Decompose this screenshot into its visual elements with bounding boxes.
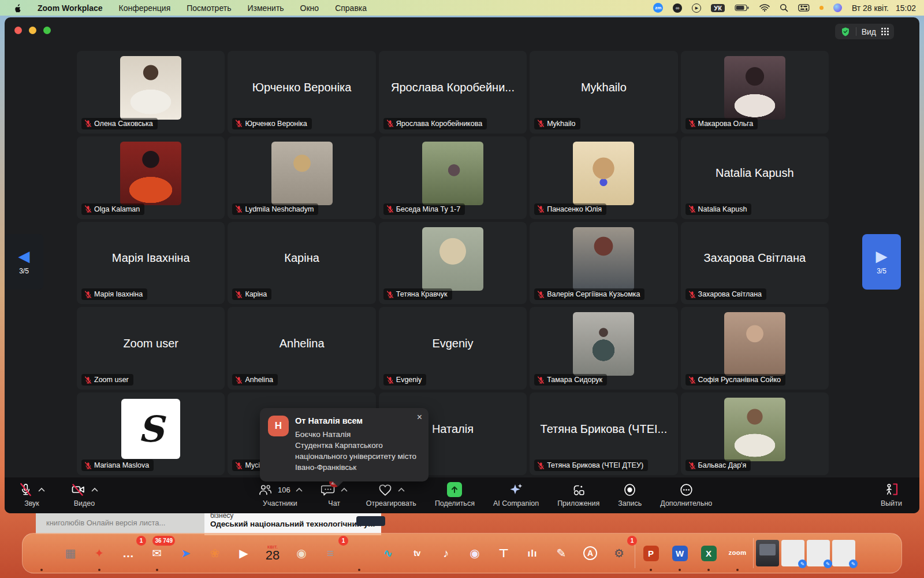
dock-item-finder[interactable] (28, 540, 55, 566)
participant-tile[interactable]: Тетяна Кравчук (379, 222, 527, 305)
participant-tile[interactable]: Тамара Сидорук (530, 307, 677, 390)
dock-item-trash[interactable] (858, 540, 883, 566)
participant-tile[interactable]: Софія Русланівна Сойко (681, 307, 829, 390)
close-icon[interactable]: × (417, 413, 422, 422)
video-button[interactable]: Видео (70, 481, 98, 507)
participant-tile[interactable]: Ярослава Коробейни... Ярослава Коробейни… (379, 51, 527, 134)
menu-clock[interactable]: Вт 28 квіт. 15:02 (852, 3, 916, 13)
dock-item-settings[interactable]: ⚙ 1 (606, 540, 632, 566)
play-status-icon[interactable]: ▶ (692, 3, 701, 13)
wifi-icon[interactable] (759, 4, 770, 12)
zoom-status-icon[interactable]: zm (653, 3, 663, 13)
gallery-next-page-button[interactable]: ▶ 3/5 (862, 234, 901, 290)
participant-label: Захарова Світлана (685, 288, 766, 300)
dock-item-reminders[interactable]: ≡ 1 (317, 540, 344, 566)
menu-item-view[interactable]: Посмотреть (187, 3, 231, 13)
more-button[interactable]: Дополнительно (660, 481, 712, 507)
participant-tile[interactable]: Zoom user Zoom user (77, 307, 225, 390)
participants-button[interactable]: 106 Участники (258, 481, 303, 507)
participant-tile[interactable]: Mykhailo Mykhailo (530, 51, 677, 134)
search-icon[interactable] (780, 3, 788, 12)
menu-item-window[interactable]: Окно (300, 3, 319, 13)
dock-icon-glyph: ✎ (557, 547, 567, 559)
dock-item-appletv[interactable]: tv (404, 540, 430, 566)
audio-button[interactable]: Звук (18, 481, 45, 507)
participant-tile[interactable]: Олена Саковська (77, 51, 225, 134)
dock-item-notes[interactable] (346, 540, 372, 566)
gallery-prev-page-button[interactable]: ◀ 3/5 (5, 234, 43, 290)
dock-item-contacts[interactable]: ◉ (288, 540, 315, 566)
view-button-label[interactable]: Вид (862, 27, 876, 36)
participant-tile[interactable]: Захарова Світлана Захарова Світлана (681, 222, 829, 305)
dock-item-pages[interactable]: ✎ (548, 540, 575, 566)
keyboard-layout-badge[interactable]: УК (711, 4, 725, 12)
dock-item-min-doc3[interactable] (832, 540, 855, 566)
dock-item-photos[interactable]: ❀ (202, 540, 228, 566)
participant-tile[interactable]: Olga Kalaman (77, 136, 225, 219)
chevron-up-icon[interactable] (91, 487, 98, 492)
share-screen-button[interactable]: Поделиться (435, 481, 475, 507)
participant-tile[interactable]: Evgeniy Evgeniy (379, 307, 527, 390)
control-center-icon[interactable] (798, 4, 810, 12)
dock-item-powerpoint[interactable]: P (638, 540, 664, 566)
dock-item-keynote[interactable]: ⊤ (490, 540, 517, 566)
security-shield-icon[interactable] (840, 27, 851, 37)
participant-tile[interactable]: Юрченко Вероніка Юрченко Вероніка (228, 51, 375, 134)
participant-tile[interactable]: Марія Івахніна Марія Івахніна (77, 222, 225, 305)
apps-button[interactable]: Приложения (557, 481, 599, 507)
leave-meeting-button[interactable]: Выйти (881, 481, 902, 507)
dock-item-facetime[interactable]: ▶ (230, 540, 257, 566)
fullscreen-window-button[interactable] (43, 27, 51, 34)
close-window-button[interactable] (14, 27, 22, 34)
reactions-button[interactable]: Отреагировать (366, 481, 416, 507)
dock-item-zoom[interactable]: zoom (724, 540, 751, 566)
dock-icon-glyph: ➤ (181, 547, 191, 559)
ai-companion-button[interactable]: AI Companion (493, 481, 539, 507)
siri-icon[interactable] (833, 3, 842, 12)
record-button[interactable]: Запись (618, 481, 642, 507)
dock-item-excel[interactable]: X (695, 540, 722, 566)
battery-icon[interactable] (735, 4, 750, 12)
dock-item-messages[interactable]: … 1 (115, 540, 141, 566)
dock-item-safari[interactable]: ✦ (86, 540, 113, 566)
zoom-meeting-window: Вид Олена Саковська Юрченко Вер (5, 17, 919, 513)
dock-item-numbers[interactable]: ılı (519, 540, 546, 566)
dock-item-word[interactable]: W (666, 540, 693, 566)
dock-item-music[interactable]: ♪ (433, 540, 459, 566)
dock-item-freeform[interactable]: ∿ (375, 540, 401, 566)
apple-menu-icon[interactable] (13, 3, 21, 13)
participant-tile[interactable]: Lydmila Neshchadym (228, 136, 375, 219)
menu-item-edit[interactable]: Изменить (247, 3, 284, 13)
dock-item-min-window[interactable] (756, 540, 779, 566)
dock-item-podcasts[interactable]: ◉ (461, 540, 488, 566)
participant-tile[interactable]: Тетяна Брикова (ЧТЕІ... Тетяна Брикова (… (530, 392, 677, 475)
menu-item-conference[interactable]: Конференция (119, 3, 171, 13)
chat-notification-popup[interactable]: Н От Наталія всем Боєчко Наталія Студент… (260, 408, 429, 481)
dock-item-mail[interactable]: ✉ 36 749 (144, 540, 170, 566)
participant-tile[interactable]: Макарова Ольга (681, 51, 829, 134)
participant-tile[interactable]: Беседа Міла Ту 1-7 (379, 136, 527, 219)
minimize-window-button[interactable] (29, 27, 36, 34)
creative-cloud-icon[interactable]: ∞ (673, 3, 682, 13)
dock-item-min-doc2[interactable] (807, 540, 830, 566)
chevron-up-icon[interactable] (398, 487, 405, 492)
menu-item-help[interactable]: Справка (335, 3, 367, 13)
dock-item-appstore[interactable]: A (577, 540, 603, 566)
participant-tile[interactable]: Каріна Каріна (228, 222, 375, 305)
dock-item-sep2[interactable] (753, 538, 754, 568)
participant-tile[interactable]: Anhelina Anhelina (228, 307, 375, 390)
dock-item-maps[interactable]: ➤ (173, 540, 199, 566)
participant-tile[interactable]: Бальвас Дар'я (681, 392, 829, 475)
dock-item-calendar[interactable]: КВІТ. 28 (259, 540, 286, 566)
gallery-grid-icon[interactable] (881, 28, 889, 35)
participant-tile[interactable]: Natalia Kapush Natalia Kapush (681, 136, 829, 219)
participant-tile[interactable]: Валерія Сергіївна Кузьомка (530, 222, 677, 305)
chevron-up-icon[interactable] (38, 487, 45, 492)
dock-item-min-doc1[interactable] (781, 540, 804, 566)
participant-tile[interactable]: Панасенко Юлія (530, 136, 677, 219)
menu-app-name[interactable]: Zoom Workplace (38, 3, 103, 13)
participant-tile[interactable]: S Mariana Maslova (77, 392, 225, 475)
chevron-up-icon[interactable] (296, 487, 303, 492)
chevron-up-icon[interactable] (341, 487, 348, 492)
dock-item-launchpad[interactable]: ▦ (57, 540, 84, 566)
